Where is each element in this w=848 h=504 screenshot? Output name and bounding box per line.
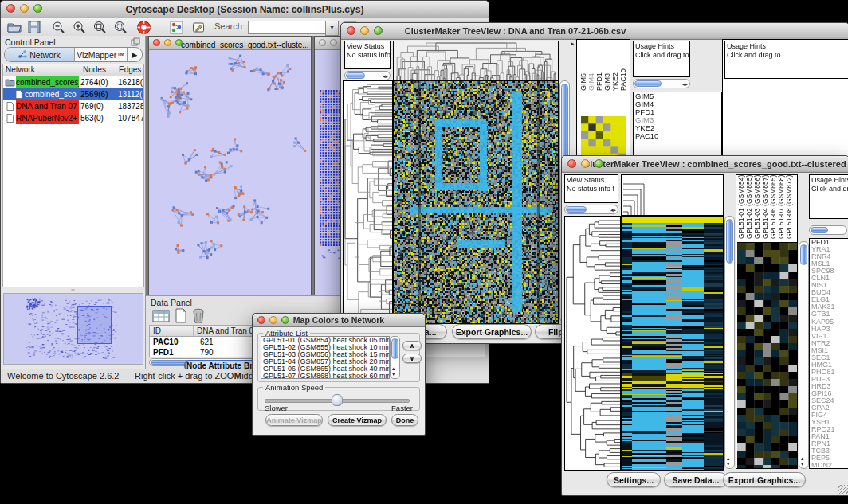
- zoom-window-button[interactable]: [33, 4, 42, 13]
- close-button[interactable]: [257, 316, 265, 324]
- zoom-window-button[interactable]: [374, 26, 383, 35]
- close-button[interactable]: [6, 4, 15, 13]
- table-view-icon[interactable]: [152, 309, 170, 323]
- zoom-window-button[interactable]: [175, 39, 183, 46]
- tv2-heatmap-vscrollbar[interactable]: ▴▾: [724, 216, 735, 469]
- minimize-button[interactable]: [269, 316, 277, 324]
- main-window-title: Cytoscape Desktop (Session Name: collins…: [1, 1, 489, 18]
- zoom-fit-icon[interactable]: [93, 21, 107, 34]
- tv2-status-hscrollbar[interactable]: ◂▸: [564, 205, 618, 214]
- animation-speed-group: Animation Speed Slower Faster: [257, 387, 420, 411]
- tv1-row-dendrogram-canvas[interactable]: [343, 80, 393, 324]
- data-row-id: PFD1: [150, 347, 197, 357]
- open-file-icon[interactable]: [7, 21, 22, 33]
- minimize-button[interactable]: [20, 4, 29, 13]
- tv1-status-hscrollbar[interactable]: ◂▸: [344, 71, 391, 80]
- network-row-nodes: 769(0): [79, 100, 116, 112]
- tv1-zoom-heatmap-canvas[interactable]: [581, 116, 626, 161]
- tv2-usage-hints-title: Usage Hints: [811, 176, 848, 185]
- search-dropdown-button[interactable]: ▾: [325, 21, 339, 36]
- delete-attribute-trash-icon[interactable]: [192, 308, 205, 323]
- data-row-id: PAC10: [150, 337, 197, 347]
- tv2-view-status-text: No status info f: [567, 185, 616, 193]
- attribute-list-item[interactable]: GPL51-07 (GSM868) heat shock 60 min: [261, 373, 389, 379]
- gene-name[interactable]: MON2: [810, 462, 848, 469]
- network-table-row[interactable]: DNA and Tran 07 769(0) 183728(0): [3, 100, 143, 112]
- search-input[interactable]: [248, 21, 326, 34]
- minimize-button[interactable]: [581, 159, 590, 168]
- control-panel: Control Panel Network VizMapper™ ▶ Netwo…: [1, 36, 146, 369]
- zoom-selected-icon[interactable]: [114, 21, 128, 34]
- col-id[interactable]: ID: [150, 326, 194, 336]
- tv1-gene-hscrollbar[interactable]: ◂▸: [633, 79, 690, 88]
- slider-thumb[interactable]: [332, 394, 343, 406]
- save-icon[interactable]: [28, 21, 41, 33]
- tv2-gene-list[interactable]: PFD1YRA1RNR4MSL1SPC98CLN1NIS1BUD4ELG1MAK…: [809, 238, 848, 469]
- zoom-window-button[interactable]: [281, 316, 289, 324]
- network-canvas-main[interactable]: [149, 50, 311, 295]
- animate-vizmap-button[interactable]: Animate Vizmap: [265, 414, 323, 426]
- status-zoom-hint: Right-click + drag to ZOOM: [135, 371, 241, 381]
- network-row-icon: [5, 114, 15, 123]
- new-attribute-icon[interactable]: [175, 308, 187, 323]
- tv1-usage-hints2-text: Click and drag to: [727, 51, 848, 60]
- treeview1-titlebar[interactable]: ClusterMaker TreeView : DNA and Tran 07-…: [341, 23, 848, 40]
- tv2-export-graphics-button[interactable]: Export Graphics...: [723, 472, 806, 487]
- network-view-window-1[interactable]: combined_scores_good.txt--cluste...: [148, 36, 312, 295]
- close-button[interactable]: [319, 39, 326, 46]
- zoom-in-icon[interactable]: [73, 21, 86, 34]
- dialog-titlebar[interactable]: Map Colors to Network: [253, 314, 425, 327]
- move-attribute-down-button[interactable]: ∨: [402, 354, 422, 363]
- tv1-column-label: PFD1: [596, 41, 603, 91]
- attribute-listbox[interactable]: GPL51-01 (GSM854) heat shock 05 minGPL51…: [261, 336, 390, 379]
- network-overview-canvas[interactable]: [3, 293, 143, 365]
- float-panel-icon[interactable]: [131, 37, 140, 46]
- create-vizmap-button[interactable]: Create Vizmap: [328, 414, 387, 426]
- vizmapper-icon[interactable]: [170, 21, 183, 34]
- done-button[interactable]: Done: [391, 414, 418, 426]
- col-edges[interactable]: Edges: [116, 64, 143, 76]
- tv2-export-graphics-label: Export Graphics...: [728, 475, 800, 485]
- network-row-name: combined_scores_: [16, 76, 79, 88]
- gene-name[interactable]: PAC10: [634, 132, 721, 140]
- resize-grip[interactable]: [838, 485, 848, 494]
- zoom-window-button[interactable]: [595, 159, 603, 168]
- zoom-out-icon[interactable]: [52, 21, 65, 34]
- network-table-row[interactable]: RNAPuberNov2+ 563(0) 107847(0): [3, 112, 143, 124]
- tv2-save-data-button[interactable]: Save Data...: [664, 472, 728, 487]
- close-button[interactable]: [567, 159, 576, 168]
- tv2-zoom-vscrollbar[interactable]: ▴▾: [799, 241, 809, 469]
- tv1-heatmap-canvas[interactable]: [393, 80, 559, 324]
- attribute-list-vscrollbar[interactable]: ▴▾: [390, 336, 400, 379]
- minimize-button[interactable]: [330, 39, 337, 46]
- tv2-label-panel: GPL51-01 (GSM854)GPL51-02 (GSM855)GPL51-…: [736, 174, 798, 469]
- help-lifesaver-icon[interactable]: [136, 20, 151, 35]
- tv2-column-dendrogram-canvas[interactable]: [621, 174, 724, 216]
- main-titlebar[interactable]: Cytoscape Desktop (Session Name: collins…: [1, 1, 489, 19]
- tv2-zoom-heatmap-canvas[interactable]: [737, 242, 797, 469]
- minimize-button[interactable]: [360, 26, 369, 35]
- tv1-export-graphics-button[interactable]: Export Graphics...: [452, 324, 532, 339]
- move-attribute-up-button[interactable]: ∧: [402, 341, 422, 350]
- col-network[interactable]: Network: [3, 64, 80, 76]
- treeview2-titlebar[interactable]: ClusterMaker TreeView : combined_scores_…: [562, 156, 848, 173]
- tv2-column-label: GPL51-08 (GSM872): [786, 175, 794, 239]
- tab-network[interactable]: Network: [5, 48, 75, 61]
- tv1-column-dendrogram-canvas[interactable]: [393, 41, 559, 82]
- close-button[interactable]: [153, 39, 160, 46]
- tab-overflow-button[interactable]: ▶: [128, 48, 142, 61]
- tv1-usage-hints-text: Click and drag to: [635, 51, 688, 60]
- tab-vizmapper[interactable]: VizMapper™: [75, 48, 128, 61]
- tv2-settings-button[interactable]: Settings...: [607, 472, 661, 487]
- network-row-icon: [5, 102, 15, 111]
- network-table-row[interactable]: combined_scores_ 2764(0) 16218(0): [3, 76, 143, 88]
- minimize-button[interactable]: [164, 39, 171, 46]
- tv2-gene-hscrollbar[interactable]: [809, 225, 847, 235]
- tv2-heatmap-canvas[interactable]: [621, 216, 724, 471]
- annotation-icon[interactable]: [192, 21, 206, 34]
- close-button[interactable]: [347, 26, 355, 35]
- tv2-row-dendrogram-canvas[interactable]: [564, 216, 621, 471]
- col-nodes[interactable]: Nodes: [80, 64, 116, 76]
- panel-splitter[interactable]: [2, 288, 144, 292]
- network-table-row[interactable]: combined_sco 2569(6) 13112(15): [3, 88, 143, 100]
